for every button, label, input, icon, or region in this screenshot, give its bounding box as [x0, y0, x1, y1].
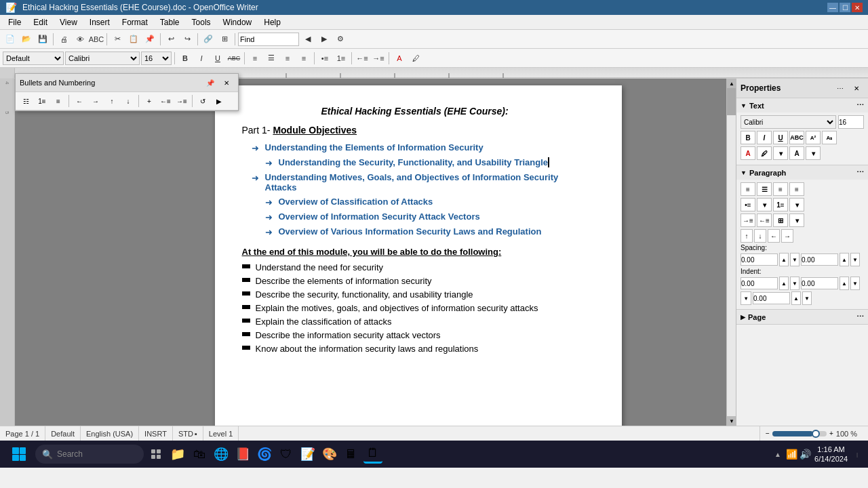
open-button[interactable]: 📂 [19, 32, 34, 47]
spellcheck-button[interactable]: ABC [89, 32, 104, 47]
indent-before-btn[interactable]: ← [768, 229, 780, 243]
menu-table[interactable]: Table [155, 16, 185, 28]
bullets-increase-level[interactable]: →≡ [174, 94, 189, 108]
props-more-color1[interactable]: ▾ [773, 146, 788, 160]
taskbar-task-view[interactable] [146, 445, 165, 464]
taskbar-openoffice[interactable]: 🗒 [363, 445, 382, 464]
taskbar-chrome[interactable]: 🌐 [212, 445, 231, 464]
props-numbering-btn[interactable]: 1≡ [773, 198, 788, 211]
bullets-insert-item[interactable]: + [142, 94, 157, 108]
props-bg-color[interactable]: A [789, 146, 804, 160]
props-align-left[interactable]: ≡ [741, 182, 755, 196]
props-italic-button[interactable]: I [757, 131, 772, 144]
hyperlink-button[interactable]: 🔗 [201, 32, 216, 47]
copy-button[interactable]: 📋 [126, 32, 141, 47]
menu-edit[interactable]: Edit [28, 16, 53, 28]
indent-first-down[interactable]: ▼ [802, 291, 812, 305]
new-button[interactable]: 📄 [3, 32, 18, 47]
spacing-above-btn[interactable]: ↑ [741, 229, 753, 243]
page-more-options[interactable]: ⋯ [856, 312, 864, 321]
bullets-promote[interactable]: ← [72, 94, 87, 108]
style-dropdown[interactable]: Default [3, 52, 64, 65]
bullets-move-down[interactable]: ↓ [121, 94, 136, 108]
maximize-button[interactable]: ☐ [840, 3, 850, 12]
paste-button[interactable]: 📌 [142, 32, 157, 47]
indent-after-input[interactable] [801, 277, 838, 289]
undo-button[interactable]: ↩ [163, 32, 178, 47]
find-toolbar-input[interactable] [238, 33, 299, 46]
taskbar-store[interactable]: 🛍 [190, 445, 209, 464]
bullets-demote[interactable]: → [88, 94, 103, 108]
indent-after-down[interactable]: ▼ [850, 277, 860, 290]
document-page[interactable]: Ethical Hacking Essentials (EHE Course):… [215, 85, 622, 426]
bullets-move-up[interactable]: ↑ [104, 94, 119, 108]
indent-increase-button[interactable]: →≡ [371, 51, 386, 66]
indent-decrease-button[interactable]: ←≡ [355, 51, 370, 66]
text-more-options[interactable]: ⋯ [856, 101, 864, 110]
props-align-right[interactable]: ≡ [773, 182, 788, 196]
props-bold-button[interactable]: B [741, 131, 755, 144]
close-button[interactable]: ✕ [852, 3, 863, 12]
spacing-below-up[interactable]: ▲ [840, 253, 849, 266]
scroll-thumb[interactable] [727, 88, 736, 115]
align-justify-button[interactable]: ≡ [296, 51, 311, 66]
bullets-restart[interactable]: ↺ [195, 94, 210, 108]
tray-network[interactable]: 📶 [786, 449, 797, 460]
indent-before-input[interactable] [741, 277, 778, 289]
table-button[interactable]: ⊞ [217, 32, 232, 47]
print-button[interactable]: 🖨 [56, 32, 71, 47]
properties-close[interactable]: ✕ [849, 81, 864, 95]
paragraph-section-header[interactable]: ▼ Paragraph ⋯ [736, 165, 868, 180]
props-align-justify[interactable]: ≡ [789, 182, 804, 196]
clock[interactable]: 1:16 AM 6/14/2024 [814, 445, 848, 464]
preview-button[interactable]: 👁 [73, 32, 87, 47]
taskbar-defender[interactable]: 🛡 [277, 445, 296, 464]
spacing-above-down[interactable]: ▼ [790, 253, 800, 266]
search-bar[interactable]: 🔍 Search [35, 445, 144, 464]
align-left-button[interactable]: ≡ [248, 51, 262, 66]
props-strikethrough-button[interactable]: ABC [789, 131, 804, 144]
find-options-button[interactable]: ⚙ [333, 32, 348, 47]
props-indent-more[interactable]: →≡ [741, 214, 755, 227]
props-bullets-btn[interactable]: •≡ [741, 198, 755, 211]
title-bar-controls[interactable]: — ☐ ✕ [827, 3, 863, 12]
menu-help[interactable]: Help [258, 16, 286, 28]
spacing-above-up[interactable]: ▲ [779, 253, 789, 266]
bullets-button[interactable]: •≡ [317, 51, 332, 66]
numbering-button[interactable]: 1≡ [334, 51, 349, 66]
spacing-below-btn[interactable]: ↓ [754, 229, 766, 243]
props-indent-less[interactable]: ←≡ [757, 214, 772, 227]
underline-button[interactable]: U [210, 51, 225, 66]
props-underline-button[interactable]: U [773, 131, 788, 144]
menu-insert[interactable]: Insert [84, 16, 115, 28]
spacing-below-input[interactable] [801, 253, 838, 266]
indent-before-down[interactable]: ▼ [790, 277, 800, 290]
zoom-out-button[interactable]: − [766, 430, 770, 437]
tray-chevron[interactable]: ▲ [772, 449, 783, 460]
italic-button[interactable]: I [194, 51, 209, 66]
properties-options[interactable]: ⋯ [833, 81, 848, 95]
text-section-header[interactable]: ▼ Text ⋯ [736, 98, 868, 113]
taskbar-notepad[interactable]: 📝 [298, 445, 317, 464]
props-subscript-button[interactable]: A₂ [822, 131, 837, 144]
start-button[interactable] [5, 443, 33, 465]
font-color-button[interactable]: A [392, 51, 407, 66]
taskbar-edge[interactable]: 🌀 [255, 445, 274, 464]
zoom-controls[interactable]: − + 100 % [760, 426, 863, 441]
highlight-color-button[interactable]: 🖊 [408, 51, 423, 66]
align-center-button[interactable]: ☰ [264, 51, 279, 66]
document-area[interactable]: Ethical Hacking Essentials (EHE Course):… [15, 79, 726, 426]
indent-before-up[interactable]: ▲ [779, 277, 789, 290]
menu-view[interactable]: View [54, 16, 83, 28]
menu-format[interactable]: Format [117, 16, 153, 28]
indent-first-input[interactable] [753, 292, 790, 304]
bullets-panel-close[interactable]: ✕ [219, 76, 234, 89]
props-more-color2[interactable]: ▾ [806, 146, 821, 160]
align-right-button[interactable]: ≡ [280, 51, 295, 66]
bullets-ordered1[interactable]: 1≡ [35, 94, 50, 108]
strikethrough-button[interactable]: ABC [226, 51, 241, 66]
indent-after-btn[interactable]: → [781, 229, 793, 243]
bullets-unordered2[interactable]: ≡ [51, 94, 66, 108]
props-highlight-color[interactable]: 🖊 [757, 146, 772, 160]
props-list-dropdown2[interactable]: ▾ [789, 198, 804, 211]
